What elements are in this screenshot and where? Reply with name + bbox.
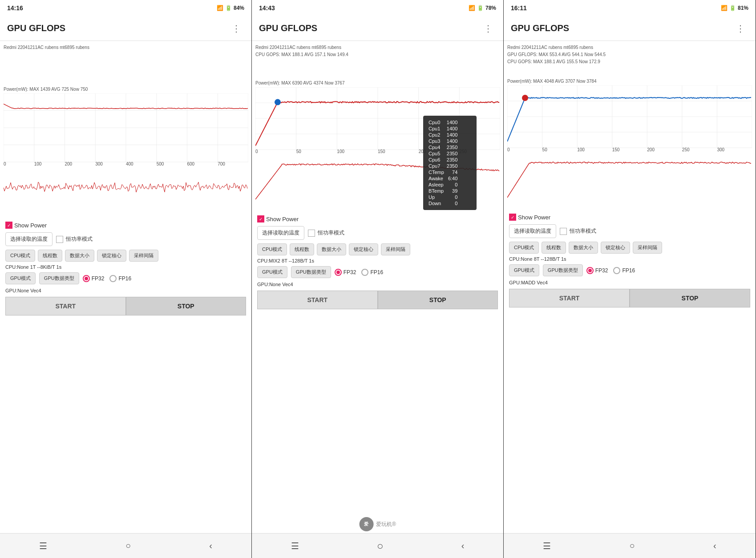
stop-button-3[interactable]: STOP bbox=[630, 289, 750, 307]
select-temp-btn-3[interactable]: 选择读取的温度 bbox=[509, 224, 556, 238]
gpu-data-type-btn-3[interactable]: GPU数据类型 bbox=[543, 264, 583, 276]
gpu-mode-btn-1[interactable]: GPU模式 bbox=[5, 272, 36, 284]
thread-count-btn-1[interactable]: 线程数 bbox=[38, 250, 62, 262]
menu-icon-3[interactable]: ☰ bbox=[543, 541, 551, 551]
time-3: 16:11 bbox=[511, 4, 527, 12]
sample-interval-btn-3[interactable]: 采样间隔 bbox=[633, 242, 662, 254]
fp32-label-3: FP32 bbox=[595, 267, 608, 274]
nav-bar-1: ☰ ○ ‹ bbox=[0, 533, 251, 558]
fp-radio-row-2: FP32 FP16 bbox=[335, 269, 383, 276]
fp-radio-row-3: FP32 FP16 bbox=[586, 267, 635, 274]
checkbox-check-1: ✓ bbox=[7, 223, 11, 228]
lock-core-btn-2[interactable]: 锁定核心 bbox=[349, 243, 378, 255]
fp-radio-row-1: FP32 FP16 bbox=[83, 275, 131, 282]
gpu-mode-btn-3[interactable]: GPU模式 bbox=[509, 264, 539, 276]
select-temp-btn-1[interactable]: 选择读取的温度 bbox=[5, 232, 53, 246]
gpu-data-type-btn-2[interactable]: GPU数据类型 bbox=[291, 266, 331, 278]
app-bar-1: GPU GFLOPS ⋮ bbox=[0, 16, 251, 41]
show-power-checkbox-1[interactable]: ✓ Show Power bbox=[5, 222, 47, 229]
stop-button-2[interactable]: STOP bbox=[378, 291, 498, 309]
gpu-info-text-1: GPU:None Vec4 bbox=[5, 288, 246, 293]
more-button-2[interactable]: ⋮ bbox=[480, 21, 496, 36]
home-icon-3[interactable]: ○ bbox=[630, 541, 635, 551]
gpu-row-1: GPU模式 GPU数据类型 FP32 FP16 bbox=[5, 272, 246, 284]
fp32-radio-2[interactable]: FP32 bbox=[335, 269, 356, 276]
home-icon-2[interactable]: ○ bbox=[377, 540, 384, 552]
gpu-data-type-btn-1[interactable]: GPU数据类型 bbox=[39, 272, 79, 284]
show-power-label-2: Show Power bbox=[266, 216, 299, 222]
fp16-label-3: FP16 bbox=[622, 267, 635, 274]
fp16-radio-1[interactable]: FP16 bbox=[109, 275, 131, 282]
more-button-1[interactable]: ⋮ bbox=[228, 21, 244, 36]
fp16-circle-3[interactable] bbox=[613, 267, 620, 274]
data-size-btn-1[interactable]: 数据大小 bbox=[65, 250, 94, 262]
chart-info-line1-2: Redmi 22041211AC rubens mt6895 rubens bbox=[255, 44, 500, 51]
cpu-btn-row-2: CPU模式 线程数 数据大小 锁定核心 采样间隔 bbox=[257, 243, 498, 255]
show-power-checkbox-3[interactable]: ✓ Show Power bbox=[509, 214, 550, 221]
select-temp-btn-2[interactable]: 选择读取的温度 bbox=[257, 226, 304, 240]
menu-icon-1[interactable]: ☰ bbox=[39, 541, 47, 551]
fp16-radio-2[interactable]: FP16 bbox=[361, 269, 383, 276]
cpu-mode-btn-2[interactable]: CPU模式 bbox=[257, 243, 287, 255]
lock-core-btn-3[interactable]: 锁定核心 bbox=[601, 242, 630, 254]
data-size-btn-3[interactable]: 数据大小 bbox=[569, 242, 598, 254]
home-icon-1[interactable]: ○ bbox=[125, 541, 131, 551]
fp16-circle-1[interactable] bbox=[109, 275, 117, 282]
checkbox-box-3[interactable]: ✓ bbox=[509, 214, 516, 221]
constant-power-label-1: 恒功率模式 bbox=[66, 235, 93, 243]
thread-count-btn-2[interactable]: 线程数 bbox=[290, 243, 314, 255]
cpu-btn-row-1: CPU模式 线程数 数据大小 锁定核心 采样间隔 bbox=[5, 250, 246, 262]
temp-constant-row-1: 选择读取的温度 恒功率模式 bbox=[5, 232, 246, 246]
fp32-radio-3[interactable]: FP32 bbox=[586, 267, 608, 274]
chart-area-1: Redmi 22041211AC rubens mt6895 rubens Po… bbox=[0, 41, 251, 218]
checkbox-check-2: ✓ bbox=[259, 217, 263, 222]
cpu-mode-btn-3[interactable]: CPU模式 bbox=[509, 242, 539, 254]
more-button-3[interactable]: ⋮ bbox=[732, 21, 748, 36]
nav-bar-2: ☰ ○ ‹ bbox=[252, 533, 503, 558]
fp16-radio-3[interactable]: FP16 bbox=[613, 267, 635, 274]
battery-pct-2: 78% bbox=[485, 5, 496, 11]
fp32-radio-1[interactable]: FP32 bbox=[83, 275, 105, 282]
back-icon-3[interactable]: ‹ bbox=[713, 541, 716, 551]
fp32-circle-1[interactable] bbox=[83, 275, 90, 282]
chart-info-power-2: Power(mW): MAX 6390 AVG 4374 Now 3767 bbox=[255, 80, 500, 86]
constant-power-check-3[interactable] bbox=[560, 228, 567, 235]
fp32-circle-3[interactable] bbox=[586, 267, 594, 274]
checkbox-box-1[interactable]: ✓ bbox=[5, 222, 12, 229]
sample-interval-btn-1[interactable]: 采样间隔 bbox=[129, 250, 158, 262]
start-button-3[interactable]: START bbox=[509, 289, 630, 307]
start-button-2[interactable]: START bbox=[257, 291, 378, 309]
back-icon-1[interactable]: ‹ bbox=[209, 541, 212, 551]
lock-core-btn-1[interactable]: 锁定核心 bbox=[97, 250, 126, 262]
chart-info-line2-3: GPU GFLOPS: MAX 553.4 AVG 544.1 Now 544.… bbox=[507, 52, 752, 58]
fp16-label-2: FP16 bbox=[370, 269, 383, 275]
back-icon-2[interactable]: ‹ bbox=[461, 541, 465, 551]
data-size-btn-2[interactable]: 数据大小 bbox=[317, 243, 346, 255]
constant-power-check-1[interactable] bbox=[56, 236, 63, 243]
signal-icon-3: 📶 bbox=[721, 5, 728, 11]
controls-area-1: ✓ Show Power 选择读取的温度 恒功率模式 CPU模式 线程数 数据大… bbox=[0, 218, 251, 533]
start-button-1[interactable]: START bbox=[5, 297, 126, 315]
constant-power-row-1: 恒功率模式 bbox=[56, 235, 93, 243]
cpu-info-text-3: CPU:None 8T --128B/T 1s bbox=[509, 256, 750, 262]
show-power-row-1: ✓ Show Power bbox=[5, 222, 246, 229]
cpu-mode-btn-1[interactable]: CPU模式 bbox=[5, 250, 35, 262]
thread-count-btn-3[interactable]: 线程数 bbox=[542, 242, 566, 254]
chart-info-power-3: Power(mW): MAX 4048 AVG 3707 Now 3784 bbox=[507, 78, 752, 85]
chart-info-line1-3: Redmi 22041211AC rubens mt6895 rubens bbox=[507, 44, 752, 51]
menu-icon-2[interactable]: ☰ bbox=[291, 541, 299, 551]
fp16-circle-2[interactable] bbox=[361, 269, 368, 276]
app-title-3: GPU GFLOPS bbox=[511, 23, 732, 33]
checkbox-box-2[interactable]: ✓ bbox=[257, 215, 264, 222]
watermark-icon: 爱 bbox=[359, 517, 373, 531]
gpu-mode-btn-2[interactable]: GPU模式 bbox=[257, 266, 287, 278]
constant-power-row-2: 恒功率模式 bbox=[308, 229, 344, 237]
sample-interval-btn-2[interactable]: 采样间隔 bbox=[381, 243, 410, 255]
constant-power-check-2[interactable] bbox=[308, 230, 315, 237]
stop-button-1[interactable]: STOP bbox=[126, 297, 247, 315]
nav-bar-3: ☰ ○ ‹ bbox=[504, 533, 756, 558]
chart-canvas-1 bbox=[4, 93, 248, 218]
show-power-checkbox-2[interactable]: ✓ Show Power bbox=[257, 215, 299, 222]
panel-1: 14:16 📶 🔋 84% GPU GFLOPS ⋮ Redmi 2204121… bbox=[0, 0, 252, 558]
fp32-circle-2[interactable] bbox=[335, 269, 342, 276]
